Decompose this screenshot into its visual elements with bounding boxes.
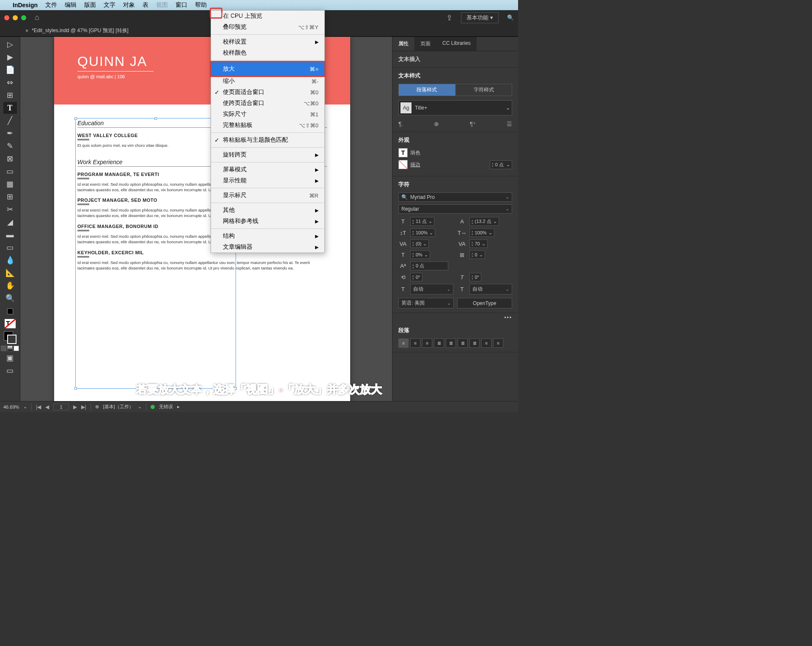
- gradient-feather-tool[interactable]: ▬: [3, 229, 17, 241]
- menu-edit[interactable]: 编辑: [65, 1, 77, 9]
- view-mode-preview[interactable]: ▭: [3, 365, 17, 377]
- auto1-input[interactable]: 自动⌄: [410, 284, 453, 294]
- kerning-input[interactable]: ▴▾(0)⌄: [410, 239, 429, 248]
- page-number[interactable]: 1: [53, 404, 69, 410]
- justify-left[interactable]: ≣: [434, 338, 444, 348]
- next-page-button[interactable]: ▶: [73, 404, 77, 410]
- open-icon[interactable]: ⊕: [95, 404, 99, 410]
- more-options[interactable]: •••: [392, 313, 518, 322]
- baseline-input[interactable]: ▴▾0%⌄: [410, 250, 430, 259]
- baseline2-input[interactable]: ▴▾0⌄: [469, 250, 485, 259]
- app-name[interactable]: InDesign: [13, 2, 38, 8]
- menu-item-完整粘贴板[interactable]: 完整粘贴板⌥⇧⌘0: [211, 120, 324, 131]
- auto2-input[interactable]: 自动⌄: [469, 284, 513, 294]
- rectangle-tool[interactable]: ▭: [3, 165, 17, 177]
- pencil-tool[interactable]: ✎: [3, 140, 17, 152]
- shear-tool[interactable]: ▦: [3, 178, 17, 190]
- eyedropper-tool[interactable]: 💧: [3, 254, 17, 266]
- menu-file[interactable]: 文件: [45, 1, 57, 9]
- justify-all[interactable]: ≣: [469, 338, 480, 348]
- content-collector-tool[interactable]: ⊞: [3, 89, 17, 101]
- clear-override-icon[interactable]: ¶⁺: [470, 121, 476, 127]
- align-left[interactable]: ≡: [398, 338, 409, 348]
- paragraph-style-tab[interactable]: 段落样式: [398, 84, 455, 96]
- gap-tool[interactable]: ⇔: [3, 77, 17, 88]
- direct-selection-tool[interactable]: ▶: [3, 51, 17, 63]
- menu-item-校样设置[interactable]: 校样设置▶: [211, 36, 324, 47]
- type-tool[interactable]: T: [3, 102, 17, 114]
- menu-item-网格和参考线[interactable]: 网格和参考线▶: [211, 216, 324, 227]
- language-input[interactable]: 英语: 美国⌄: [398, 298, 454, 308]
- menu-item-使跨页适合窗口[interactable]: 使跨页适合窗口⌥⌘0: [211, 98, 324, 109]
- view-mode-normal[interactable]: ▣: [3, 352, 17, 364]
- note-tool[interactable]: ▭: [3, 242, 17, 253]
- menu-item-放大[interactable]: 放大⌘=: [210, 61, 326, 77]
- align-center[interactable]: ≡: [410, 338, 420, 348]
- rotate-input[interactable]: ▴▾0°: [410, 273, 422, 281]
- menu-window[interactable]: 窗口: [176, 1, 187, 9]
- tracking-input[interactable]: ▴▾70⌄: [469, 239, 488, 248]
- menu-type[interactable]: 文字: [104, 1, 115, 9]
- menu-help[interactable]: 帮助: [195, 1, 207, 9]
- new-style-icon[interactable]: ⊕: [434, 121, 439, 127]
- measure-tool[interactable]: 📐: [3, 267, 17, 279]
- scissors-tool[interactable]: ✂: [3, 203, 17, 215]
- character-style-tab[interactable]: 字符样式: [455, 84, 513, 96]
- menu-item-屏幕模式[interactable]: 屏幕模式▶: [211, 164, 324, 175]
- preflight-profile[interactable]: [基本]（工作）: [103, 404, 134, 410]
- panel-tab-properties[interactable]: 属性: [392, 37, 414, 51]
- line-tool[interactable]: ╱: [3, 115, 17, 126]
- menu-item-使页面适合窗口[interactable]: ✓使页面适合窗口⌘0: [211, 87, 324, 98]
- free-transform-tool[interactable]: ⊞: [3, 191, 17, 203]
- preflight-status[interactable]: 无错误: [159, 404, 173, 410]
- style-selector[interactable]: AgTitle+⌄: [398, 100, 512, 115]
- font-family-input[interactable]: 🔍Myriad Pro⌄: [398, 192, 512, 202]
- search-icon[interactable]: 🔍: [507, 14, 514, 21]
- menu-item-校样颜色[interactable]: 校样颜色: [211, 47, 324, 58]
- menu-object[interactable]: 对象: [123, 1, 135, 9]
- panel-tab-cclibraries[interactable]: CC Libraries: [436, 37, 477, 51]
- leading-input[interactable]: ▴▾(13.2 点⌄: [469, 217, 499, 226]
- share-icon[interactable]: ⇪: [446, 13, 453, 22]
- baseline-shift-input[interactable]: ▴▾0 点: [410, 261, 448, 270]
- pilcrow-icon[interactable]: ¶.: [398, 121, 403, 127]
- minimize-window-button[interactable]: [13, 15, 18, 20]
- menu-item-旋转跨页[interactable]: 旋转跨页▶: [211, 149, 324, 160]
- menu-item-叠印预览[interactable]: 叠印预览⌥⇧⌘Y: [211, 22, 324, 33]
- font-size-input[interactable]: ▴▾11 点⌄: [410, 217, 434, 226]
- menu-item-文章编辑器[interactable]: 文章编辑器▶: [211, 242, 324, 253]
- rectangle-frame-tool[interactable]: ⊠: [3, 153, 17, 165]
- page-tool[interactable]: 📄: [3, 64, 17, 76]
- maximize-window-button[interactable]: [21, 15, 26, 20]
- menu-layout[interactable]: 版面: [84, 1, 96, 9]
- menu-view[interactable]: 视图: [156, 1, 168, 9]
- workspace-switcher[interactable]: 基本功能 ▾: [461, 12, 499, 23]
- justify-right[interactable]: ≣: [458, 338, 468, 348]
- stroke-weight-input[interactable]: ▴▾0 点⌄: [490, 160, 512, 169]
- canvas[interactable]: QUINN JA quinn @ mail.abc | 106 Educatio…: [20, 37, 392, 401]
- zoom-level[interactable]: 46.69%: [3, 404, 19, 410]
- justify-center[interactable]: ≣: [446, 338, 456, 348]
- prev-page-button[interactable]: ◀: [45, 404, 49, 410]
- menu-item-显示性能[interactable]: 显示性能▶: [211, 175, 324, 186]
- tab-close-button[interactable]: ×: [25, 28, 28, 34]
- last-page-button[interactable]: ▶|: [81, 404, 86, 410]
- menu-item-缩小[interactable]: 缩小⌘-: [211, 76, 324, 87]
- menu-item-结构[interactable]: 结构▶: [211, 231, 324, 242]
- menu-table[interactable]: 表: [143, 1, 148, 9]
- fill-stroke-swatch[interactable]: T: [1, 308, 19, 351]
- panel-tab-pages[interactable]: 页面: [414, 37, 436, 51]
- first-page-button[interactable]: |◀: [36, 404, 41, 410]
- options-icon[interactable]: ☰: [507, 121, 512, 127]
- home-icon[interactable]: ⌂: [35, 13, 39, 22]
- menu-item-其他[interactable]: 其他▶: [211, 205, 324, 216]
- skew-input[interactable]: ▴▾0°: [469, 273, 482, 281]
- font-weight-input[interactable]: Regular⌄: [398, 204, 512, 214]
- stroke-swatch[interactable]: [398, 160, 408, 169]
- pen-tool[interactable]: ✒: [3, 127, 17, 139]
- selection-tool[interactable]: ▷: [3, 38, 17, 50]
- hscale-input[interactable]: ▴▾100%⌄: [469, 228, 494, 237]
- align-away-spine[interactable]: ≡: [493, 338, 503, 348]
- zoom-tool[interactable]: 🔍: [3, 292, 17, 304]
- menu-item-实际尺寸[interactable]: 实际尺寸⌘1: [211, 109, 324, 120]
